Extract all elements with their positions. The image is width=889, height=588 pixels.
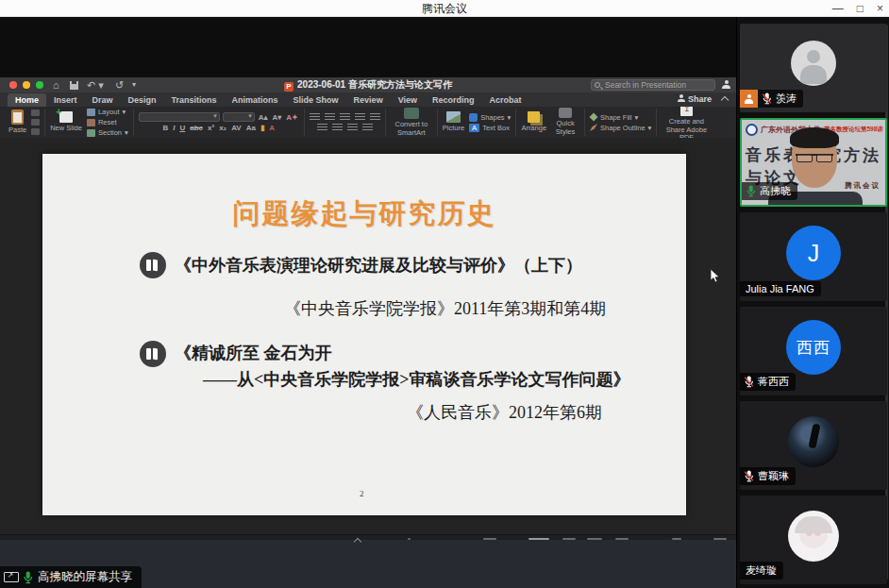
mic-muted-icon bbox=[744, 376, 754, 388]
tab-draw[interactable]: Draw bbox=[85, 93, 121, 107]
indent-increase-icon[interactable] bbox=[355, 113, 365, 121]
subscript-button[interactable]: x₂ bbox=[218, 124, 227, 132]
quick-styles-button[interactable]: Quick Styles bbox=[551, 108, 579, 136]
slide-bullet-2-source: 《人民音乐》2012年第6期 bbox=[407, 401, 602, 424]
character-spacing-button[interactable]: AV bbox=[230, 124, 243, 132]
close-button[interactable]: × bbox=[877, 0, 883, 17]
tab-home[interactable]: Home bbox=[8, 93, 46, 107]
tab-design[interactable]: Design bbox=[121, 93, 164, 107]
layout-button[interactable]: Layout ▾ bbox=[87, 108, 128, 116]
font-color-button[interactable]: A bbox=[268, 124, 276, 132]
font-group: A▴ A▾ A✦ B I U abc x² x₂ AV Aa ▮ A bbox=[134, 109, 305, 136]
screen-share-badge[interactable]: 高拂晓的屏幕共享 bbox=[0, 566, 142, 588]
insert-group: Picture Shapes ▾ AText Box bbox=[438, 109, 517, 136]
participant-name: 高拂晓 bbox=[760, 184, 791, 198]
tencent-meeting-window: 腾讯会议 — □ × ⌂ ↶ ▾ ↺ ▾ P2023-06-01 音乐研究方法与… bbox=[0, 0, 889, 588]
ribbon-collapse-icon[interactable] bbox=[721, 95, 729, 103]
font-name-select[interactable] bbox=[139, 112, 220, 122]
shape-format-group: Shape Fill ▾ Shape Outline ▾ bbox=[585, 109, 657, 136]
participant-name: 麦绮璇 bbox=[746, 563, 777, 578]
layout-icon bbox=[87, 109, 95, 116]
participant-tile[interactable]: J Julia Jia FANG bbox=[740, 212, 887, 301]
mouse-cursor bbox=[710, 268, 721, 284]
shrink-font-button[interactable]: A▾ bbox=[272, 113, 283, 122]
line-spacing-icon[interactable] bbox=[370, 113, 380, 121]
picture-button[interactable]: Picture bbox=[443, 111, 464, 133]
convert-smartart-button[interactable]: Convert to SmartArt bbox=[391, 108, 432, 137]
shape-outline-button[interactable]: Shape Outline ▾ bbox=[590, 124, 651, 132]
new-slide-button[interactable]: New Slide bbox=[50, 111, 82, 133]
paste-button[interactable]: Paste bbox=[8, 109, 26, 135]
minimize-button[interactable]: — bbox=[832, 0, 844, 17]
participant-tile-video[interactable]: 广东外语外贸大学 著名教授论坛第598讲 音乐表 究方法 与论文 腾讯会议 高拂… bbox=[740, 118, 887, 207]
tab-acrobat[interactable]: Acrobat bbox=[482, 93, 529, 107]
arrange-group: Arrange Quick Styles bbox=[516, 109, 585, 136]
avatar bbox=[791, 41, 836, 86]
search-input[interactable]: Search in Presentation bbox=[591, 79, 715, 91]
book-icon bbox=[140, 252, 166, 278]
maximize-button[interactable]: □ bbox=[857, 0, 864, 17]
justify-icon[interactable] bbox=[362, 124, 373, 131]
tab-view[interactable]: View bbox=[391, 93, 425, 107]
person-add-icon bbox=[678, 94, 685, 102]
share-button[interactable]: Share bbox=[678, 94, 712, 104]
bold-button[interactable]: B bbox=[161, 124, 169, 132]
participant-tile[interactable]: 西西 蒋西西 bbox=[740, 307, 887, 395]
tab-review[interactable]: Review bbox=[346, 93, 391, 107]
align-left-icon[interactable] bbox=[317, 124, 327, 131]
mic-muted-icon bbox=[744, 470, 754, 482]
participants-sidebar: 羡涛 广东外语外贸大学 著名教授论坛第598讲 音乐表 究方法 与论文 腾讯会议 bbox=[736, 17, 889, 588]
tab-insert[interactable]: Insert bbox=[46, 93, 85, 107]
paragraph-group bbox=[305, 109, 386, 136]
host-badge bbox=[740, 90, 758, 108]
strikethrough-button[interactable]: abc bbox=[189, 124, 204, 132]
glasses bbox=[797, 154, 832, 162]
tab-transitions[interactable]: Transitions bbox=[164, 93, 225, 107]
arrange-icon bbox=[528, 111, 540, 123]
participant-tile[interactable]: 羡涛 bbox=[740, 24, 887, 112]
copy-icon[interactable] bbox=[31, 119, 40, 126]
tab-slideshow[interactable]: Slide Show bbox=[286, 93, 346, 107]
paste-icon bbox=[11, 109, 24, 125]
cut-icon[interactable] bbox=[31, 109, 40, 116]
indent-decrease-icon[interactable] bbox=[340, 113, 350, 121]
slide-bullet-2-line2: ——从<中央音乐学院学报>审稿谈音乐学论文写作问题》 bbox=[203, 368, 630, 391]
slide-page-number: 2 bbox=[360, 489, 364, 498]
align-center-icon[interactable] bbox=[332, 124, 343, 131]
screen-share-region: ⌂ ↶ ▾ ↺ ▾ P2023-06-01 音乐研究方法与论文写作 Search… bbox=[0, 17, 736, 588]
avatar-initial: 西西 bbox=[786, 320, 841, 375]
grow-font-button[interactable]: A▴ bbox=[258, 113, 269, 122]
slide-bullet-1-source: 《中央音乐学院学报》2011年第3期和第4期 bbox=[284, 297, 606, 320]
format-painter-icon[interactable] bbox=[31, 128, 40, 135]
superscript-button[interactable]: x² bbox=[207, 124, 215, 132]
reset-button[interactable]: Reset bbox=[87, 118, 128, 126]
create-pdf-button[interactable]: Create and Share Adobe PDF bbox=[662, 107, 711, 138]
numbering-icon[interactable] bbox=[325, 113, 335, 121]
account-icon[interactable] bbox=[722, 80, 730, 89]
tab-recording[interactable]: Recording bbox=[425, 93, 482, 107]
powerpoint-icon: P bbox=[284, 82, 294, 92]
arrange-button[interactable]: Arrange bbox=[521, 111, 546, 133]
textbox-button[interactable]: AText Box bbox=[469, 124, 511, 132]
align-right-icon[interactable] bbox=[347, 124, 358, 131]
font-size-select[interactable] bbox=[223, 112, 255, 122]
shapes-button[interactable]: Shapes ▾ bbox=[469, 113, 511, 122]
book-icon bbox=[140, 341, 166, 367]
tab-animations[interactable]: Animations bbox=[225, 93, 286, 107]
underline-button[interactable]: U bbox=[178, 124, 186, 132]
clear-formatting-button[interactable]: A✦ bbox=[285, 113, 298, 122]
change-case-button[interactable]: Aa bbox=[245, 124, 257, 132]
participant-tile[interactable]: 麦绮璇 bbox=[740, 496, 887, 584]
mic-on-icon bbox=[23, 571, 33, 584]
participant-name: Julia Jia FANG bbox=[746, 283, 814, 294]
shapes-icon bbox=[469, 113, 478, 122]
section-icon bbox=[87, 129, 95, 137]
screen-share-label: 高拂晓的屏幕共享 bbox=[38, 569, 132, 585]
shape-fill-button[interactable]: Shape Fill ▾ bbox=[590, 113, 651, 122]
bullets-icon[interactable] bbox=[310, 113, 320, 121]
collapse-caret-icon[interactable] bbox=[353, 539, 362, 544]
section-button[interactable]: Section ▾ bbox=[87, 128, 128, 137]
highlight-button[interactable]: ▮ bbox=[260, 124, 265, 132]
participant-tile[interactable]: 曹颖琳 bbox=[740, 401, 887, 490]
italic-button[interactable]: I bbox=[172, 124, 176, 132]
